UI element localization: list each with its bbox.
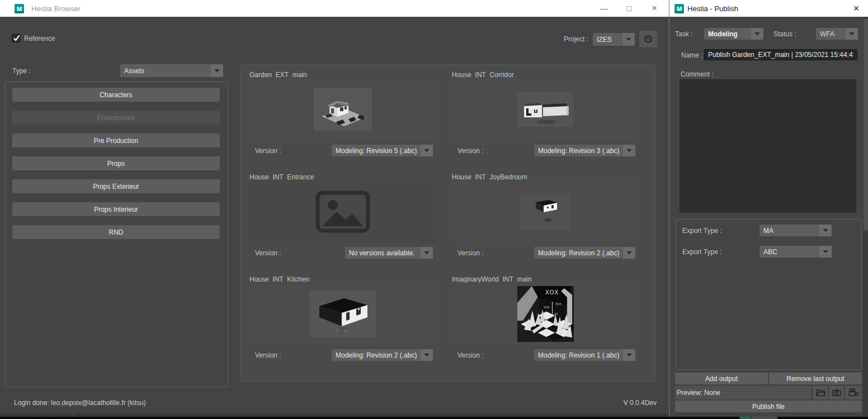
asset-card: House_INT_JoyBedroom Version : Modeling:… <box>450 173 640 260</box>
asset-thumbnail[interactable] <box>248 283 438 345</box>
asset-name: House_INT_JoyBedroom <box>452 173 527 181</box>
asset-thumbnail[interactable] <box>450 180 640 243</box>
chevron-down-icon <box>623 145 635 156</box>
name-label: Name : <box>681 51 703 59</box>
maximize-button[interactable]: □ <box>617 0 641 17</box>
browser-titlebar[interactable]: M Hestia Browser — □ × <box>0 0 669 17</box>
version-select[interactable]: Modeling: Revision 5 (.abc) <box>332 145 433 156</box>
gear-icon: ⚙ <box>643 34 653 45</box>
asset-name: ImaginaryWorld_INT_main <box>452 275 532 283</box>
maya-logo-icon: M <box>15 4 24 13</box>
chevron-down-icon <box>421 247 433 259</box>
version-label: Version : <box>255 249 281 257</box>
project-label: Project : <box>564 35 588 43</box>
app-version: V 0.0.4Dev <box>601 399 657 407</box>
image-placeholder-icon <box>315 191 370 233</box>
version-label: Version : <box>457 147 484 155</box>
category-button-props-interieur[interactable]: Props Interieur <box>12 202 220 216</box>
category-button-props-exterieur[interactable]: Props Exterieur <box>12 179 220 193</box>
category-button-rnd[interactable]: RND <box>12 225 220 239</box>
asset-card: House_INT_Kitchen Version : <box>248 275 438 362</box>
scrollbar-thumb[interactable] <box>864 18 868 231</box>
comment-textarea[interactable] <box>680 79 856 212</box>
asset-thumbnail[interactable] <box>450 78 640 141</box>
project-select[interactable]: IZES <box>593 33 635 46</box>
playblast-preview-button[interactable] <box>845 386 862 399</box>
version-select[interactable]: No versions available. <box>345 247 433 259</box>
export-type-label: Export Type : <box>682 248 721 256</box>
close-button[interactable]: × <box>643 0 666 17</box>
version-label: Version : <box>457 249 484 257</box>
category-button-props[interactable]: Props <box>12 156 220 170</box>
chevron-down-icon <box>751 28 763 40</box>
folder-icon <box>815 388 825 398</box>
minimize-button[interactable]: — <box>592 0 616 17</box>
version-label: Version : <box>255 351 281 359</box>
kitchen-render-image <box>309 291 376 337</box>
video-camera-icon <box>848 388 859 398</box>
export-type-select[interactable]: MA <box>760 225 832 236</box>
reference-checkbox[interactable] <box>12 34 20 42</box>
asset-thumbnail[interactable]: XOX XOX XOX XC <box>450 283 640 345</box>
chevron-down-icon <box>819 246 832 258</box>
browse-preview-button[interactable] <box>813 386 828 399</box>
version-select[interactable]: Modeling: Revision 2 (.abc) <box>534 247 635 259</box>
chevron-down-icon <box>211 64 223 77</box>
svg-text:XC: XC <box>554 312 558 316</box>
publish-file-button[interactable]: Publish file <box>675 401 862 412</box>
category-panel: Characters Environment Pre Production Pr… <box>4 82 228 387</box>
asset-card: House_INT_Entrance Version : No versions… <box>248 173 438 260</box>
maya-logo-icon: M <box>674 4 684 13</box>
chevron-down-icon <box>623 349 635 361</box>
close-button[interactable]: × <box>845 0 867 17</box>
type-label: Type : <box>12 67 31 75</box>
settings-button[interactable]: ⚙ <box>639 31 657 47</box>
chevron-down-icon <box>819 225 832 236</box>
chevron-down-icon <box>421 145 433 156</box>
svg-text:XOX: XOX <box>544 306 550 309</box>
bedroom-render-image <box>520 193 570 230</box>
asset-name: House_INT_Kitchen <box>249 275 309 283</box>
chevron-down-icon <box>622 33 635 46</box>
version-select[interactable]: Modeling: Revision 2 (.abc) <box>332 349 433 361</box>
add-output-button[interactable]: Add output <box>675 373 768 384</box>
category-button-environment: Environment <box>12 111 220 125</box>
version-select[interactable]: Modeling: Revision 1 (.abc) <box>534 349 635 361</box>
camera-icon <box>832 388 842 398</box>
taskbar-accent <box>739 417 751 419</box>
version-label: Version : <box>457 351 484 359</box>
category-button-pre-production[interactable]: Pre Production <box>12 134 220 147</box>
window-title: Hestia Browser <box>31 4 81 13</box>
name-input[interactable] <box>704 49 857 60</box>
checkbox-check-icon <box>12 34 21 42</box>
garden-render-image <box>314 88 372 131</box>
desktop: M Hestia Browser — □ × Reference Project… <box>0 0 868 419</box>
version-select[interactable]: Modeling: Revision 3 (.abc) <box>534 145 635 156</box>
chevron-down-icon <box>421 349 433 361</box>
export-type-label: Export Type : <box>682 227 721 235</box>
export-type-select[interactable]: ABC <box>760 246 832 258</box>
corridor-render-image <box>517 92 573 127</box>
asset-card: Garden_EXT_main <box>248 71 438 158</box>
login-status: Login done: leo.depoix@lacatholille.fr (… <box>14 399 146 407</box>
comment-label: Comment : <box>681 70 714 78</box>
asset-thumbnail[interactable] <box>248 180 438 243</box>
type-select[interactable]: Assets <box>120 64 223 77</box>
status-label: Status : <box>773 30 796 38</box>
publish-window: M Hestia - Publish × Task : Modeling Sta… <box>669 0 868 417</box>
task-select[interactable]: Modeling <box>704 28 763 40</box>
remove-last-output-button[interactable]: Remove last output <box>769 373 862 384</box>
scrollbar[interactable] <box>863 17 868 417</box>
publish-titlebar[interactable]: M Hestia - Publish × <box>669 0 868 17</box>
asset-name: House_INT_Corridor <box>452 71 514 79</box>
screenshot-preview-button[interactable] <box>829 386 844 399</box>
version-label: Version : <box>255 147 281 155</box>
asset-card: ImaginaryWorld_INT_main XOX XOX XOX XC <box>450 275 640 362</box>
category-button-characters[interactable]: Characters <box>12 88 220 102</box>
browser-window: M Hestia Browser — □ × Reference Project… <box>0 0 669 413</box>
asset-name: Garden_EXT_main <box>249 71 307 79</box>
asset-thumbnail[interactable] <box>248 78 438 141</box>
status-select[interactable]: WFA <box>816 28 858 40</box>
svg-text:XOX: XOX <box>555 302 562 306</box>
reference-label: Reference <box>24 35 55 42</box>
